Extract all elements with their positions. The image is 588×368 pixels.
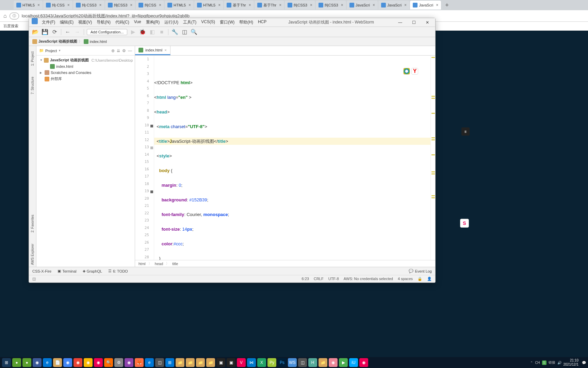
menu-edit[interactable]: 编辑(E): [58, 18, 76, 27]
run-icon[interactable]: ▶: [129, 28, 137, 36]
task-icon[interactable]: Py: [267, 358, 276, 367]
browser-tab[interactable]: HTML5×: [165, 1, 194, 10]
status-corner-icon[interactable]: ◫: [32, 277, 36, 281]
maximize-button[interactable]: ☐: [407, 18, 420, 27]
browser-tab[interactable]: 基于Thr×: [224, 1, 254, 10]
task-icon[interactable]: ●: [22, 358, 31, 367]
task-icon[interactable]: ◫: [155, 358, 164, 367]
save-icon[interactable]: 💾: [41, 28, 49, 36]
browser-tab[interactable]: 纯CSS3×: [316, 1, 346, 10]
task-icon[interactable]: 📁: [206, 358, 215, 367]
tray-sogou-icon[interactable]: S: [542, 361, 546, 365]
tree-external[interactable]: 外部库: [38, 76, 133, 82]
task-icon[interactable]: ●: [12, 358, 21, 367]
back-icon[interactable]: ←: [64, 28, 71, 36]
browser-tab[interactable]: HTML5×: [14, 1, 43, 10]
menu-view[interactable]: 视图(V): [76, 18, 94, 27]
task-icon[interactable]: ◉: [125, 358, 133, 367]
crumb-file[interactable]: index.html: [84, 39, 107, 44]
hide-icon[interactable]: —: [128, 48, 132, 53]
tray-net-icon[interactable]: 链接: [549, 360, 555, 365]
close-icon[interactable]: ×: [159, 3, 161, 7]
chrome-icon[interactable]: [403, 68, 410, 75]
task-icon[interactable]: ⋈: [247, 358, 256, 367]
task-icon[interactable]: Ps: [278, 358, 287, 367]
tree-scratches[interactable]: ▶Scratches and Consoles: [38, 70, 133, 76]
task-icon[interactable]: e: [43, 358, 52, 367]
task-icon[interactable]: e: [145, 358, 154, 367]
menu-hcp[interactable]: HCP: [256, 18, 268, 27]
menu-vcs[interactable]: VCS(S): [199, 18, 217, 27]
crumb-root[interactable]: JavaScript 动画折线图: [32, 39, 77, 44]
task-icon[interactable]: 📁: [196, 358, 205, 367]
task-icon[interactable]: 📁: [318, 358, 327, 367]
minimize-button[interactable]: —: [394, 18, 407, 27]
cursor-pos[interactable]: 6:23: [302, 277, 309, 281]
crumb[interactable]: title: [172, 262, 178, 266]
task-icon[interactable]: ▶: [339, 358, 348, 367]
tab-project[interactable]: 1: Project: [30, 49, 35, 68]
close-icon[interactable]: ×: [130, 3, 132, 7]
project-dropdown[interactable]: 📁 Project ▼: [39, 48, 61, 53]
aws-status[interactable]: AWS: No credentials selected: [344, 277, 393, 281]
task-icon[interactable]: ⚙: [114, 358, 123, 367]
open-icon[interactable]: 📂: [32, 28, 39, 36]
task-icon[interactable]: ⊞: [165, 358, 174, 367]
close-icon[interactable]: ×: [373, 3, 375, 7]
crumb[interactable]: head: [155, 262, 163, 266]
task-icon[interactable]: H: [308, 358, 317, 367]
tool-graphql[interactable]: ◈ GraphQL: [83, 269, 102, 273]
line-ending[interactable]: CRLF: [314, 277, 324, 281]
browser-tab[interactable]: HTML5×: [194, 1, 223, 10]
tray-vol-icon[interactable]: 🔊: [557, 361, 561, 365]
home-icon[interactable]: ⌂: [3, 13, 7, 19]
task-icon[interactable]: ◫: [298, 358, 307, 367]
lock-icon[interactable]: 🔒: [418, 277, 422, 281]
sogou-icon[interactable]: S: [460, 219, 469, 228]
menu-refactor[interactable]: 重构(R): [144, 18, 162, 27]
debug-icon[interactable]: 🐞: [139, 28, 146, 36]
tray-ime[interactable]: CH: [535, 361, 540, 365]
tab-aws[interactable]: AWS Explorer: [30, 242, 35, 267]
task-icon[interactable]: ◉: [74, 358, 82, 367]
menu-vue[interactable]: Vue: [132, 18, 143, 27]
browser-tab-active[interactable]: JavaScri×: [410, 1, 441, 10]
tab-structure[interactable]: 7: Structure: [30, 75, 35, 96]
taskbar-clock[interactable]: 21:10 2021/12/1: [564, 358, 580, 367]
browser-tab[interactable]: JavaScri×: [378, 1, 409, 10]
task-icon[interactable]: WS: [288, 358, 297, 367]
search-icon[interactable]: 🔍: [190, 28, 198, 36]
tool-terminal[interactable]: ▣ Terminal: [58, 269, 77, 273]
task-icon[interactable]: ▣: [216, 358, 225, 367]
browser-tab[interactable]: 纯CSS×: [136, 1, 164, 10]
task-icon[interactable]: ▣: [227, 358, 235, 367]
editor-tab[interactable]: index.html×: [135, 46, 170, 55]
task-icon[interactable]: X: [257, 358, 266, 367]
task-icon[interactable]: V: [237, 358, 246, 367]
tree-root[interactable]: ▼JavaScript 动画折线图C:\Users\lenovo\Desktop: [38, 57, 133, 63]
task-icon[interactable]: iU: [349, 358, 358, 367]
notification-icon[interactable]: 💬: [582, 361, 586, 365]
menu-code[interactable]: 代码(C): [113, 18, 131, 27]
menu-nav[interactable]: 导航(N): [95, 18, 113, 27]
browser-tab[interactable]: 纯CSS3×: [105, 1, 135, 10]
close-icon[interactable]: ×: [341, 3, 343, 7]
task-icon[interactable]: ◉: [63, 358, 72, 367]
code-editor[interactable]: Y 12345678910111213141516171819202122232…: [135, 56, 435, 260]
indent[interactable]: 4 spaces: [398, 277, 413, 281]
tool-css-x-fire[interactable]: CSS-X-Fire: [32, 269, 51, 273]
browser-tab[interactable]: 基于Thr×: [255, 1, 284, 10]
encoding[interactable]: UTF-8: [328, 277, 339, 281]
task-icon[interactable]: 📁: [186, 358, 195, 367]
coverage-icon[interactable]: ◧: [148, 28, 156, 36]
yandex-icon[interactable]: Y: [411, 68, 418, 75]
new-tab-button[interactable]: +: [442, 2, 452, 9]
browser-tab[interactable]: 纯·CSS3×: [73, 1, 104, 10]
menu-tools[interactable]: 工具(T): [181, 18, 198, 27]
menu-window[interactable]: 窗口(W): [218, 18, 236, 27]
close-icon[interactable]: ×: [99, 3, 102, 7]
task-icon[interactable]: ◉: [329, 358, 338, 367]
browser-tab[interactable]: JavaScri×: [347, 1, 378, 10]
close-icon[interactable]: ×: [310, 3, 312, 7]
close-icon[interactable]: ×: [279, 3, 281, 7]
